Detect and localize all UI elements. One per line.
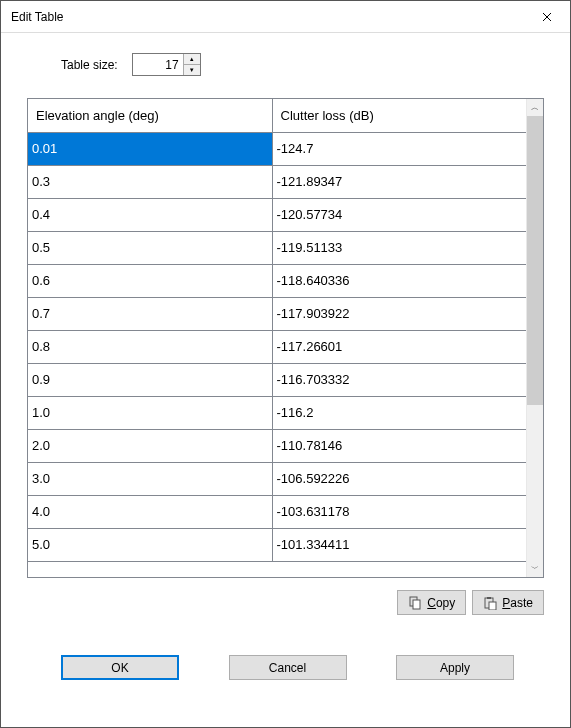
table-row[interactable]: 0.3-121.89347 [28, 166, 526, 199]
copy-paste-row: Copy Paste [27, 590, 544, 615]
table-row[interactable]: 0.4-120.57734 [28, 199, 526, 232]
copy-button[interactable]: Copy [397, 590, 466, 615]
dialog-button-row: OK Cancel Apply [27, 655, 544, 680]
spinner-down-button[interactable]: ▼ [183, 65, 200, 75]
table-row[interactable]: 0.7-117.903922 [28, 298, 526, 331]
table-row[interactable]: 0.6-118.640336 [28, 265, 526, 298]
cell-clutter[interactable]: -124.7 [272, 133, 526, 166]
paste-button[interactable]: Paste [472, 590, 544, 615]
table-row[interactable]: 2.0-110.78146 [28, 430, 526, 463]
cell-elevation[interactable]: 0.7 [28, 298, 272, 331]
cell-elevation[interactable]: 0.6 [28, 265, 272, 298]
table-row[interactable]: 4.0-103.631178 [28, 496, 526, 529]
cell-elevation[interactable]: 0.3 [28, 166, 272, 199]
paste-label: Paste [502, 596, 533, 610]
apply-button[interactable]: Apply [396, 655, 514, 680]
copy-icon [408, 596, 422, 610]
cell-clutter[interactable]: -117.903922 [272, 298, 526, 331]
table-size-spinner[interactable]: ▲ ▼ [132, 53, 201, 76]
table-size-row: Table size: ▲ ▼ [61, 53, 544, 76]
copy-label: Copy [427, 596, 455, 610]
cell-clutter[interactable]: -119.51133 [272, 232, 526, 265]
scroll-track[interactable] [527, 116, 543, 560]
table-row[interactable]: 0.5-119.51133 [28, 232, 526, 265]
cell-clutter[interactable]: -118.640336 [272, 265, 526, 298]
cell-elevation[interactable]: 0.8 [28, 331, 272, 364]
svg-rect-1 [413, 600, 420, 609]
cell-clutter[interactable]: -116.703332 [272, 364, 526, 397]
svg-rect-4 [489, 602, 496, 610]
table-row[interactable]: 0.01-124.7 [28, 133, 526, 166]
table-header-row: Elevation angle (deg) Clutter loss (dB) [28, 99, 526, 133]
table-size-label: Table size: [61, 58, 118, 72]
cell-elevation[interactable]: 0.4 [28, 199, 272, 232]
data-table[interactable]: Elevation angle (deg) Clutter loss (dB) … [28, 99, 526, 562]
table-container: Elevation angle (deg) Clutter loss (dB) … [27, 98, 544, 578]
triangle-up-icon: ▲ [189, 56, 195, 62]
cell-elevation[interactable]: 0.9 [28, 364, 272, 397]
cell-clutter[interactable]: -103.631178 [272, 496, 526, 529]
close-button[interactable] [524, 1, 570, 32]
table-row[interactable]: 0.9-116.703332 [28, 364, 526, 397]
cell-elevation[interactable]: 0.01 [28, 133, 272, 166]
table-row[interactable]: 3.0-106.592226 [28, 463, 526, 496]
triangle-down-icon: ▼ [189, 67, 195, 73]
cell-clutter[interactable]: -101.334411 [272, 529, 526, 562]
paste-icon [483, 596, 497, 610]
column-header-clutter[interactable]: Clutter loss (dB) [272, 99, 526, 133]
table-scroll-area: Elevation angle (deg) Clutter loss (dB) … [28, 99, 526, 577]
vertical-scrollbar[interactable]: ︿ ﹀ [526, 99, 543, 577]
window-title: Edit Table [11, 10, 524, 24]
cell-clutter[interactable]: -116.2 [272, 397, 526, 430]
chevron-up-icon: ︿ [531, 102, 539, 113]
table-size-input[interactable] [133, 54, 183, 75]
cell-clutter[interactable]: -106.592226 [272, 463, 526, 496]
cancel-button[interactable]: Cancel [229, 655, 347, 680]
cell-elevation[interactable]: 1.0 [28, 397, 272, 430]
column-header-elevation[interactable]: Elevation angle (deg) [28, 99, 272, 133]
table-row[interactable]: 5.0-101.334411 [28, 529, 526, 562]
cell-clutter[interactable]: -121.89347 [272, 166, 526, 199]
table-row[interactable]: 0.8-117.26601 [28, 331, 526, 364]
cell-clutter[interactable]: -117.26601 [272, 331, 526, 364]
scroll-up-button[interactable]: ︿ [527, 99, 543, 116]
spinner-up-button[interactable]: ▲ [183, 54, 200, 65]
chevron-down-icon: ﹀ [531, 563, 539, 574]
cell-clutter[interactable]: -110.78146 [272, 430, 526, 463]
ok-button[interactable]: OK [61, 655, 179, 680]
svg-rect-3 [487, 597, 491, 599]
cell-elevation[interactable]: 5.0 [28, 529, 272, 562]
scroll-down-button[interactable]: ﹀ [527, 560, 543, 577]
cell-elevation[interactable]: 3.0 [28, 463, 272, 496]
cell-elevation[interactable]: 0.5 [28, 232, 272, 265]
dialog-content: Table size: ▲ ▼ Elevation angle (deg) Cl… [1, 33, 570, 692]
close-icon [542, 12, 552, 22]
titlebar: Edit Table [1, 1, 570, 33]
cell-elevation[interactable]: 2.0 [28, 430, 272, 463]
table-row[interactable]: 1.0-116.2 [28, 397, 526, 430]
cell-elevation[interactable]: 4.0 [28, 496, 272, 529]
spinner-buttons: ▲ ▼ [183, 54, 200, 75]
scroll-thumb[interactable] [527, 116, 543, 405]
cell-clutter[interactable]: -120.57734 [272, 199, 526, 232]
